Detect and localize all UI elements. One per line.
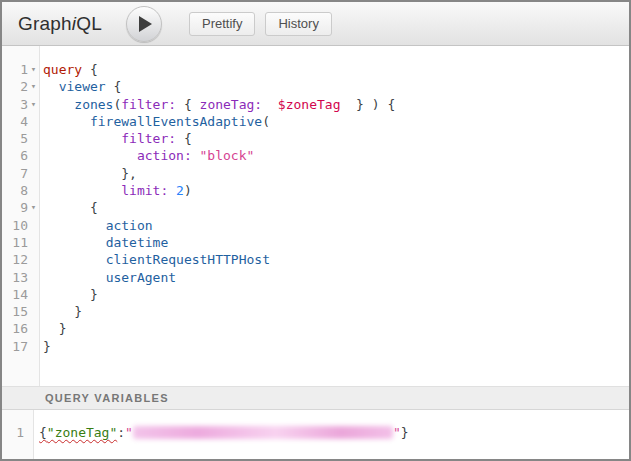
code-line[interactable]: 6 action: "block" xyxy=(2,147,629,164)
graphiql-container: GraphiQL Prettify History 1▾query {2▾ vi… xyxy=(0,0,631,461)
line-number: 13 xyxy=(2,269,39,286)
line-number: 4 xyxy=(2,113,39,130)
code-line[interactable]: 5 filter: { xyxy=(2,130,629,147)
history-button[interactable]: History xyxy=(265,12,331,36)
code-line[interactable]: 14 } xyxy=(2,286,629,303)
code-text: {"zoneTag":""} xyxy=(33,424,409,441)
code-text: firewallEventsAdaptive( xyxy=(39,113,270,130)
code-line[interactable]: 11 datetime xyxy=(2,234,629,251)
code-line[interactable]: 12 clientRequestHTTPHost xyxy=(2,251,629,268)
code-text: action: "block" xyxy=(39,147,254,164)
code-line[interactable]: 2▾ viewer { xyxy=(2,78,629,95)
redacted-value xyxy=(133,426,393,439)
line-number: 1▾ xyxy=(2,61,39,78)
code-text: action xyxy=(39,217,153,234)
code-text: userAgent xyxy=(39,269,176,286)
code-text: query { xyxy=(39,61,98,78)
code-text: }, xyxy=(39,165,137,182)
app-title-graph: Graph xyxy=(18,13,72,34)
code-line[interactable]: 13 userAgent xyxy=(2,269,629,286)
code-line[interactable]: 4 firewallEventsAdaptive( xyxy=(2,113,629,130)
line-number: 17 xyxy=(2,338,39,355)
line-number: 14 xyxy=(2,286,39,303)
query-editor-lines: 1▾query {2▾ viewer {3▾ zones(filter: { z… xyxy=(2,61,629,355)
execute-query-button[interactable] xyxy=(126,6,162,42)
line-number: 8 xyxy=(2,182,39,199)
code-text: } xyxy=(39,303,82,320)
code-line[interactable]: 16 } xyxy=(2,320,629,337)
code-text: datetime xyxy=(39,234,168,251)
code-line[interactable]: 10 action xyxy=(2,217,629,234)
fold-arrow-icon[interactable]: ▾ xyxy=(28,199,39,216)
code-line[interactable]: 8 limit: 2) xyxy=(2,182,629,199)
code-line[interactable]: 3▾ zones(filter: { zoneTag: $zoneTag } )… xyxy=(2,96,629,113)
line-number: 1 xyxy=(2,424,33,441)
code-text: } xyxy=(39,286,98,303)
query-variables-title: QUERY VARIABLES xyxy=(45,392,169,404)
fold-arrow-icon[interactable]: ▾ xyxy=(28,78,39,95)
line-number: 16 xyxy=(2,320,39,337)
play-icon xyxy=(139,16,152,32)
code-text: clientRequestHTTPHost xyxy=(39,251,270,268)
variables-editor[interactable]: 1{"zoneTag":""} xyxy=(2,410,629,459)
fold-arrow-icon[interactable]: ▾ xyxy=(28,96,39,113)
code-text: } xyxy=(39,338,51,355)
line-number: 11 xyxy=(2,234,39,251)
code-line[interactable]: 15 } xyxy=(2,303,629,320)
code-line[interactable]: 17} xyxy=(2,338,629,355)
prettify-button[interactable]: Prettify xyxy=(189,12,255,36)
line-number: 10 xyxy=(2,217,39,234)
code-text: } xyxy=(39,320,66,337)
app-title: GraphiQL xyxy=(18,13,102,35)
variables-editor-lines: 1{"zoneTag":""} xyxy=(2,424,629,441)
code-text: filter: { xyxy=(39,130,192,147)
line-number: 2▾ xyxy=(2,78,39,95)
line-number: 15 xyxy=(2,303,39,320)
line-number: 5 xyxy=(2,130,39,147)
code-text: { xyxy=(39,199,98,216)
query-editor[interactable]: 1▾query {2▾ viewer {3▾ zones(filter: { z… xyxy=(2,46,629,386)
query-variables-header[interactable]: QUERY VARIABLES xyxy=(2,386,629,410)
code-line[interactable]: 1{"zoneTag":""} xyxy=(2,424,629,441)
code-line[interactable]: 9▾ { xyxy=(2,199,629,216)
fold-arrow-icon[interactable]: ▾ xyxy=(28,61,39,78)
line-number: 9▾ xyxy=(2,199,39,216)
code-text: zones(filter: { zoneTag: $zoneTag } ) { xyxy=(39,96,395,113)
line-number: 12 xyxy=(2,251,39,268)
code-text: viewer { xyxy=(39,78,121,95)
code-line[interactable]: 1▾query { xyxy=(2,61,629,78)
line-number: 3▾ xyxy=(2,96,39,113)
app-title-ql: QL xyxy=(76,13,102,34)
line-number: 6 xyxy=(2,147,39,164)
code-text: limit: 2) xyxy=(39,182,192,199)
code-line[interactable]: 7 }, xyxy=(2,165,629,182)
line-number: 7 xyxy=(2,165,39,182)
toolbar: GraphiQL Prettify History xyxy=(2,2,629,46)
